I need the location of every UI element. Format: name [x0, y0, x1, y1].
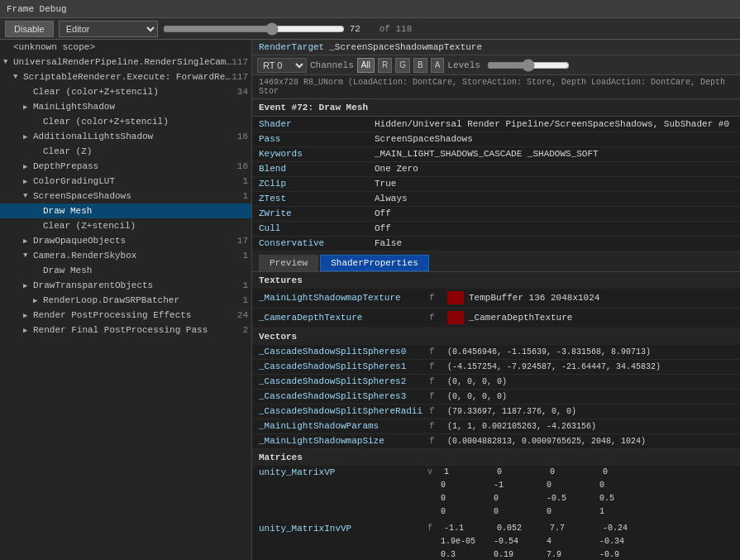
tree-item[interactable]: ▼ScriptableRenderer.Execute: ForwardRend…: [0, 69, 251, 84]
tree-item-count: 1: [242, 176, 251, 186]
left-panel: <unknown scope>▼UniversalRenderPipeline.…: [0, 40, 252, 560]
matrix-cell: -0.34: [599, 537, 649, 546]
property-value: _MAIN_LIGHT_SHADOWS_CASCADE _SHADOWS_SOF…: [368, 146, 740, 161]
tree-item-count: 1: [242, 295, 251, 305]
shader-properties-tab[interactable]: ShaderProperties: [320, 255, 429, 271]
rt-select[interactable]: RT 0: [257, 58, 307, 73]
tree-item[interactable]: Clear (Z): [0, 144, 251, 159]
channel-r-btn[interactable]: R: [378, 58, 392, 73]
tree-item-label: Render Final PostProcessing Pass: [33, 325, 242, 335]
property-name: ZWrite: [252, 206, 368, 221]
frame-of-label: of 118: [380, 24, 413, 34]
channel-g-btn[interactable]: G: [395, 58, 410, 73]
frame-slider[interactable]: [163, 23, 345, 35]
tree-item-label: Clear (Z+stencil): [43, 221, 248, 231]
info-bar: 1469x728 R8_UNorm (LoadAction: DontCare,…: [252, 75, 740, 99]
property-row: ZTestAlways: [252, 191, 740, 206]
channel-a-btn[interactable]: A: [431, 58, 445, 73]
matrix-row: unity_MatrixVPv1000: [259, 466, 733, 479]
vector-name: _CascadeShadowSplitSpheres2: [259, 376, 424, 386]
matrix-cell: 0: [603, 467, 652, 476]
tree-item[interactable]: ▼UniversalRenderPipeline.RenderSingleCam…: [0, 55, 251, 69]
tree-item-count: 1: [242, 251, 251, 261]
matrix-cell: -0.54: [494, 537, 543, 546]
tree-item-label: Draw Mesh: [43, 206, 248, 216]
tree-arrow: ▼: [3, 58, 13, 66]
tree-item[interactable]: ▶Render Final PostProcessing Pass2: [0, 323, 251, 337]
matrix-cell: 0: [441, 481, 490, 490]
texture-row: _MainLightShadowmapTexture f TempBuffer …: [252, 289, 740, 309]
tree-item[interactable]: ▶Render PostProcessing Effects24: [0, 308, 251, 323]
matrix-type: f: [427, 524, 441, 533]
channel-all-btn[interactable]: All: [357, 58, 375, 73]
matrix-cell: 0: [599, 481, 649, 490]
property-name: Shader: [252, 117, 368, 132]
tree-arrow: ▶: [23, 177, 33, 186]
tree-item-count: 1: [242, 191, 251, 201]
matrix-cell: 0.19: [494, 550, 543, 559]
toolbar: Disable Editor 72 of 118: [0, 18, 740, 40]
matrix-name: unity_MatrixInvVP: [259, 524, 424, 534]
tree-item[interactable]: Draw Mesh: [0, 203, 251, 218]
tree-item-count: 16: [237, 132, 251, 141]
tree-item[interactable]: ▶RenderLoop.DrawSRPBatcher1: [0, 293, 251, 308]
tree-item[interactable]: ▶DepthPrepass16: [0, 159, 251, 174]
vectors-header: Vectors: [252, 328, 740, 345]
tree-item-label: Clear (Z): [43, 146, 248, 156]
property-value: True: [368, 176, 740, 191]
tree-item[interactable]: ▶DrawTransparentObjects1: [0, 278, 251, 293]
tree-arrow: ▶: [23, 103, 33, 112]
tree-arrow: ▶: [23, 237, 33, 246]
property-value: Off: [368, 221, 740, 236]
preview-tab[interactable]: Preview: [259, 255, 318, 271]
tree-item-label: UniversalRenderPipeline.RenderSingleCame…: [13, 57, 232, 67]
tree-item-count: 17: [237, 236, 251, 246]
title-bar-label: Frame Debug: [7, 4, 67, 14]
matrix-cell: 0: [550, 467, 599, 476]
vector-type: f: [429, 347, 442, 357]
editor-select[interactable]: Editor: [59, 21, 158, 37]
info-text: 1469x728 R8_UNorm (LoadAction: DontCare,…: [259, 78, 725, 96]
matrix-cell: 0: [441, 507, 490, 516]
vector-name: _MainLightShadowParams: [259, 421, 424, 431]
tree-arrow: ▶: [23, 281, 33, 290]
texture-name: _MainLightShadowmapTexture: [259, 293, 424, 303]
render-target-value: _ScreenSpaceShadowmapTexture: [329, 42, 482, 52]
vector-name: _CascadeShadowSplitSpheres1: [259, 361, 424, 371]
levels-slider[interactable]: [487, 60, 570, 71]
property-value: Off: [368, 206, 740, 221]
tree-item-label: Render PostProcessing Effects: [33, 310, 237, 320]
property-name: Pass: [252, 132, 368, 146]
matrix-cell: -1.1: [444, 524, 494, 533]
matrix-row: 0-100: [259, 479, 733, 492]
texture-thumb: [447, 311, 464, 324]
matrix-cell: 0.3: [441, 550, 490, 559]
tree-item[interactable]: ▶AdditionalLightsShadow16: [0, 129, 251, 144]
channel-b-btn[interactable]: B: [413, 58, 427, 73]
vector-type: f: [429, 361, 442, 371]
tree-arrow: ▼: [23, 251, 33, 260]
vector-row: _CascadeShadowSplitSpheres1 f (-4.157254…: [252, 360, 740, 375]
tree-item[interactable]: ▼Camera.RenderSkybox1: [0, 248, 251, 263]
property-value: ScreenSpaceShadows: [368, 132, 740, 146]
tree-item[interactable]: Draw Mesh: [0, 263, 251, 278]
matrix-cell: 0.052: [497, 524, 547, 533]
matrix-cell: 0: [494, 494, 543, 503]
property-row: ZClipTrue: [252, 176, 740, 191]
tree-item[interactable]: ▶ColorGradingLUT1: [0, 174, 251, 189]
tree-item[interactable]: Clear (Z+stencil): [0, 218, 251, 233]
tree-item[interactable]: <unknown scope>: [0, 40, 251, 55]
texture-value: TempBuffer 136 2048x1024: [469, 293, 599, 303]
matrices-header: Matrices: [252, 449, 740, 466]
tree-item-label: Clear (color+Z+stencil): [33, 87, 237, 97]
vector-value: (0.6456946, -1.15639, -3.831568, 8.90713…: [447, 347, 651, 357]
tree-item[interactable]: ▶MainLightShadow: [0, 99, 251, 114]
tree-item-label: Camera.RenderSkybox: [33, 251, 242, 261]
tree-item[interactable]: Clear (color+Z+stencil)34: [0, 84, 251, 99]
tree-item[interactable]: ▶DrawOpaqueObjects17: [0, 233, 251, 248]
tree-item-count: 2: [242, 325, 251, 335]
tree-item[interactable]: Clear (color+Z+stencil): [0, 114, 251, 129]
tree-item[interactable]: ▼ScreenSpaceShadows1: [0, 189, 251, 203]
vector-row: _MainLightShadowmapSize f (0.0004882813,…: [252, 434, 740, 449]
disable-button[interactable]: Disable: [5, 21, 54, 37]
